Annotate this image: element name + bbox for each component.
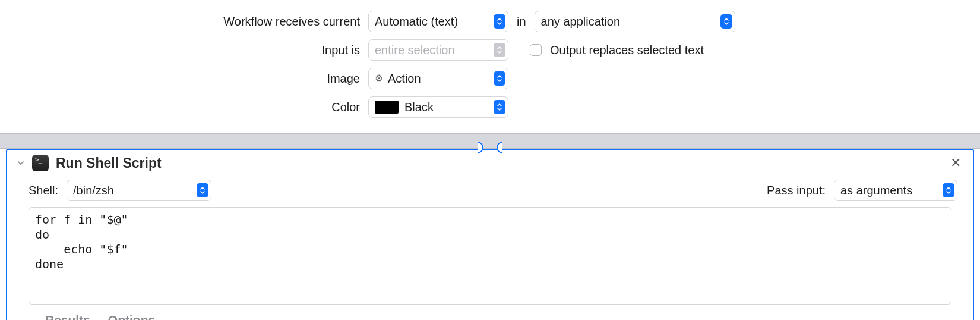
gear-icon: ⚙ [375,68,383,89]
shell-value: /bin/zsh [73,180,114,200]
color-value: Black [404,97,434,117]
canvas-divider [0,133,980,149]
pass-input-label: Pass input: [767,184,826,197]
in-label: in [517,15,526,29]
receives-select[interactable]: Automatic (text) [368,11,508,32]
color-swatch [375,101,399,114]
workflow-settings: Workflow receives current Automatic (tex… [0,0,980,133]
action-footer: Results Options [7,305,973,320]
input-value: entire selection [375,40,455,60]
shell-label: Shell: [29,184,58,197]
run-shell-script-action: Run Shell Script ✕ Shell: /bin/zsh Pass … [6,149,974,320]
application-value: any application [541,11,620,32]
input-select: entire selection [368,39,508,61]
options-tab[interactable]: Options [108,313,155,320]
pass-input-value: as arguments [840,180,912,200]
action-header: Run Shell Script ✕ [7,150,973,177]
stepper-icon [494,43,505,57]
output-replaces-label: Output replaces selected text [550,43,704,57]
close-icon[interactable]: ✕ [947,155,965,171]
disclosure-icon[interactable] [15,158,26,168]
stepper-icon [494,71,505,86]
input-connector [472,137,508,149]
receives-label: Workflow receives current [24,15,368,29]
action-controls: Shell: /bin/zsh Pass input: as arguments [7,177,973,207]
row-receives: Workflow receives current Automatic (tex… [24,11,956,32]
stepper-icon [494,14,505,29]
shell-select[interactable]: /bin/zsh [67,180,211,201]
color-select[interactable]: Black [368,96,508,118]
results-tab[interactable]: Results [45,313,90,320]
row-color: Color Black [24,96,956,118]
stepper-icon [720,14,732,29]
action-title: Run Shell Script [56,155,947,171]
output-replaces-checkbox[interactable] [530,44,542,56]
pass-input-select[interactable]: as arguments [834,180,957,201]
color-label: Color [24,101,368,114]
image-value: Action [388,68,421,89]
image-label: Image [24,72,368,86]
row-image: Image ⚙ Action [24,68,956,89]
stepper-icon [943,183,954,197]
script-textarea[interactable]: for f in "$@" do echo "$f" done [29,207,951,305]
stepper-icon [197,183,208,197]
image-select[interactable]: ⚙ Action [368,68,508,89]
terminal-icon [32,155,49,171]
receives-value: Automatic (text) [375,11,458,32]
application-select[interactable]: any application [535,11,735,32]
row-input: Input is entire selection Output replace… [24,39,956,61]
input-label: Input is [24,43,368,57]
stepper-icon [494,100,505,114]
